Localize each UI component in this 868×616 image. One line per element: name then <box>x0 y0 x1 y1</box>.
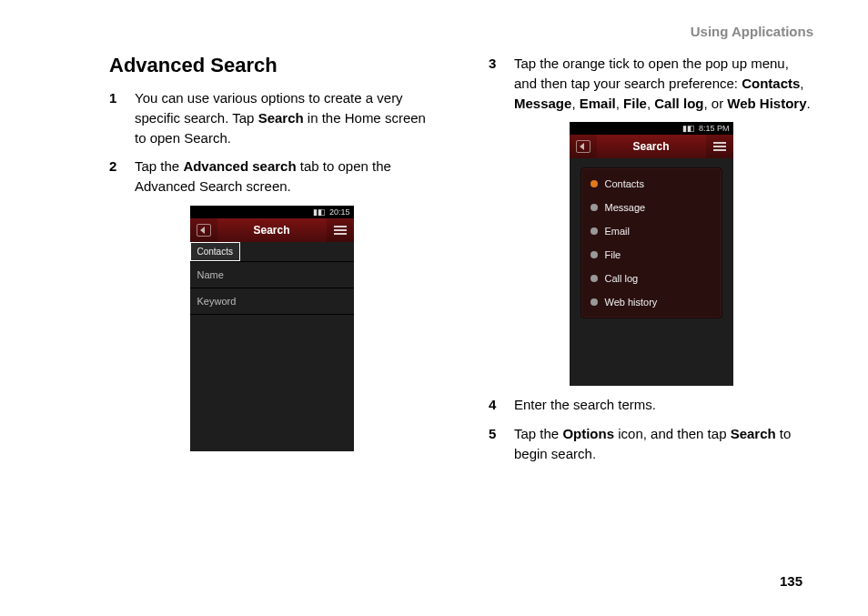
running-head: Using Applications <box>109 24 813 39</box>
step-text: Tap the Options icon, and then tap Searc… <box>514 424 813 464</box>
step-number: 4 <box>489 395 514 415</box>
popup-item-web-history[interactable]: Web history <box>581 290 722 314</box>
tab-contacts[interactable]: Contacts <box>190 242 240 261</box>
tick-icon <box>590 251 598 258</box>
text: icon, and then tap <box>614 426 731 441</box>
bold-term: Search <box>258 110 304 126</box>
left-steps: 1 You can use various options to create … <box>109 88 434 197</box>
step-text: Enter the search terms. <box>514 395 813 415</box>
search-type-popup: Contacts Message Email File Call log Web… <box>580 167 722 318</box>
text: , <box>616 96 623 111</box>
right-column: 3 Tap the orange tick to open the pop up… <box>489 54 813 473</box>
step-4: 4 Enter the search terms. <box>489 395 813 415</box>
right-steps-cont: 4 Enter the search terms. 5 Tap the Opti… <box>489 395 813 463</box>
tick-icon <box>590 275 598 282</box>
screen-title: Search <box>597 140 706 153</box>
back-arrow-icon <box>576 140 590 153</box>
phone-statusbar: ▮◧ 20:15 <box>190 206 354 218</box>
tick-icon <box>590 180 598 187</box>
text: , <box>571 96 579 111</box>
popup-label: Call log <box>605 273 639 284</box>
text: , or <box>703 96 727 111</box>
step-number: 1 <box>109 88 135 147</box>
step-number: 2 <box>109 157 135 197</box>
screen-title: Search <box>217 224 327 237</box>
step-number: 5 <box>489 424 514 464</box>
bold-term: Search <box>731 426 776 441</box>
phone-titlebar: Search <box>570 135 733 158</box>
phone-screenshot-2: ▮◧ 8:15 PM Search Contacts Message Email… <box>570 122 733 386</box>
tick-icon <box>590 298 598 306</box>
bold-term: Web History <box>727 96 806 111</box>
options-button[interactable] <box>327 218 354 242</box>
step-number: 3 <box>489 54 514 113</box>
step-text: Tap the Advanced search tab to open the … <box>135 157 434 197</box>
phone-statusbar: ▮◧ 8:15 PM <box>570 122 733 135</box>
popup-label: File <box>605 249 621 260</box>
phone-body: Contacts Name Keyword <box>190 242 354 451</box>
popup-label: Contacts <box>605 178 644 189</box>
status-time: 20:15 <box>329 207 350 217</box>
bold-term: Contacts <box>742 76 800 91</box>
back-arrow-icon <box>197 224 211 237</box>
status-time: 8:15 PM <box>699 124 730 133</box>
bold-term: Options <box>562 426 614 441</box>
popup-item-email[interactable]: Email <box>581 219 722 243</box>
popup-item-message[interactable]: Message <box>581 196 722 219</box>
right-steps: 3 Tap the orange tick to open the pop up… <box>489 54 813 113</box>
back-button[interactable] <box>570 135 597 158</box>
popup-label: Web history <box>605 297 658 308</box>
text: Tap the <box>135 158 183 174</box>
text: , <box>800 76 803 91</box>
left-column: Advanced Search 1 You can use various op… <box>109 54 434 473</box>
popup-item-call-log[interactable]: Call log <box>581 267 722 290</box>
tick-icon <box>590 227 598 235</box>
text: Tap the <box>514 426 562 441</box>
page-number: 135 <box>780 573 802 589</box>
section-title: Advanced Search <box>109 54 434 77</box>
field-keyword[interactable]: Keyword <box>190 288 354 315</box>
text: . <box>807 96 811 111</box>
step-5: 5 Tap the Options icon, and then tap Sea… <box>489 424 813 464</box>
status-signal-icon: ▮◧ <box>682 124 695 133</box>
field-name[interactable]: Name <box>190 262 354 288</box>
step-1: 1 You can use various options to create … <box>109 88 434 147</box>
phone-screenshot-1: ▮◧ 20:15 Search Contacts Name Keyword <box>190 206 354 451</box>
step-3: 3 Tap the orange tick to open the pop up… <box>489 54 813 113</box>
back-button[interactable] <box>190 218 217 242</box>
popup-label: Email <box>605 226 631 237</box>
status-signal-icon: ▮◧ <box>313 207 326 217</box>
menu-icon <box>334 225 347 236</box>
popup-item-contacts[interactable]: Contacts <box>581 172 722 196</box>
popup-item-file[interactable]: File <box>581 243 722 267</box>
bold-term: Message <box>514 96 571 111</box>
step-2: 2 Tap the Advanced search tab to open th… <box>109 157 434 197</box>
tab-row: Contacts <box>190 242 354 262</box>
phone-titlebar: Search <box>190 218 354 242</box>
phone-body: Contacts Message Email File Call log Web… <box>570 158 733 386</box>
bold-term: File <box>623 96 647 111</box>
step-text: You can use various options to create a … <box>135 88 434 147</box>
menu-icon <box>713 141 726 152</box>
bold-term: Email <box>580 96 616 111</box>
bold-term: Advanced search <box>183 158 296 174</box>
options-button[interactable] <box>706 135 733 158</box>
bold-term: Call log <box>654 96 703 111</box>
tick-icon <box>590 204 598 211</box>
step-text: Tap the orange tick to open the pop up m… <box>514 54 813 113</box>
popup-label: Message <box>605 202 646 213</box>
